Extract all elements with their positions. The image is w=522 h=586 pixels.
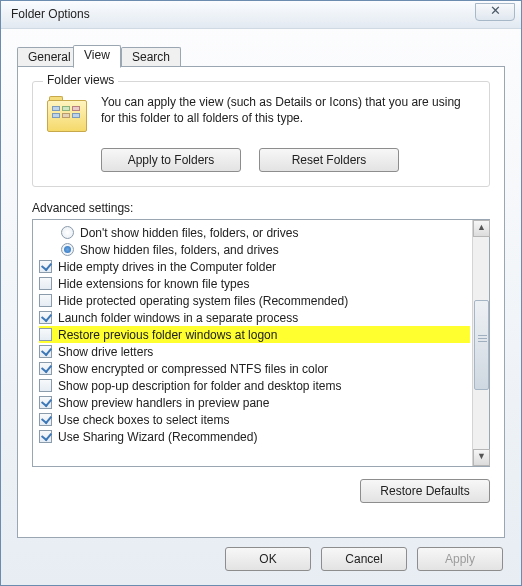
list-item[interactable]: Use Sharing Wizard (Recommended) <box>39 428 470 445</box>
checkbox-icon[interactable] <box>39 277 52 290</box>
checkbox-icon[interactable] <box>39 430 52 443</box>
list-item[interactable]: Show encrypted or compressed NTFS files … <box>39 360 470 377</box>
scroll-thumb[interactable] <box>474 300 489 390</box>
list-item-label: Show encrypted or compressed NTFS files … <box>58 362 328 376</box>
list-item[interactable]: Launch folder windows in a separate proc… <box>39 309 470 326</box>
dialog-buttons: OK Cancel Apply <box>225 547 503 571</box>
list-item-label: Launch folder windows in a separate proc… <box>58 311 298 325</box>
ok-button[interactable]: OK <box>225 547 311 571</box>
scroll-down-button[interactable]: ▼ <box>473 449 490 466</box>
checkbox-icon[interactable] <box>39 413 52 426</box>
list-item-label: Show hidden files, folders, and drives <box>80 243 279 257</box>
radio-icon[interactable] <box>61 226 74 239</box>
list-item[interactable]: Hide protected operating system files (R… <box>39 292 470 309</box>
list-item-label: Don't show hidden files, folders, or dri… <box>80 226 298 240</box>
titlebar[interactable]: Folder Options ✕ <box>1 1 521 29</box>
list-item-label: Hide protected operating system files (R… <box>58 294 348 308</box>
checkbox-icon[interactable] <box>39 311 52 324</box>
list-item[interactable]: Show preview handlers in preview pane <box>39 394 470 411</box>
tabstrip: General View Search <box>17 45 505 67</box>
list-item[interactable]: Restore previous folder windows at logon <box>39 326 470 343</box>
radio-icon[interactable] <box>61 243 74 256</box>
reset-folders-button[interactable]: Reset Folders <box>259 148 399 172</box>
checkbox-icon[interactable] <box>39 328 52 341</box>
tab-search[interactable]: Search <box>121 47 181 67</box>
checkbox-icon[interactable] <box>39 379 52 392</box>
list-item[interactable]: Use check boxes to select items <box>39 411 470 428</box>
scrollbar[interactable]: ▲ ▼ <box>472 220 489 466</box>
list-item[interactable]: Don't show hidden files, folders, or dri… <box>39 224 470 241</box>
list-item-label: Show preview handlers in preview pane <box>58 396 269 410</box>
checkbox-icon[interactable] <box>39 362 52 375</box>
list-item[interactable]: Show pop-up description for folder and d… <box>39 377 470 394</box>
checkbox-icon[interactable] <box>39 260 52 273</box>
scroll-up-button[interactable]: ▲ <box>473 220 490 237</box>
advanced-settings-list: Don't show hidden files, folders, or dri… <box>32 219 490 467</box>
list-item[interactable]: Hide empty drives in the Computer folder <box>39 258 470 275</box>
checkbox-icon[interactable] <box>39 294 52 307</box>
checkbox-icon[interactable] <box>39 345 52 358</box>
list-item-label: Hide empty drives in the Computer folder <box>58 260 276 274</box>
advanced-settings-label: Advanced settings: <box>32 201 490 215</box>
checkbox-icon[interactable] <box>39 396 52 409</box>
tab-view[interactable]: View <box>73 45 121 68</box>
list-item-label: Use Sharing Wizard (Recommended) <box>58 430 257 444</box>
list-item[interactable]: Show hidden files, folders, and drives <box>39 241 470 258</box>
restore-defaults-button[interactable]: Restore Defaults <box>360 479 490 503</box>
apply-button[interactable]: Apply <box>417 547 503 571</box>
folder-views-title: Folder views <box>43 73 118 87</box>
close-button[interactable]: ✕ <box>475 3 515 21</box>
window-title: Folder Options <box>11 7 90 21</box>
close-icon: ✕ <box>490 3 501 18</box>
list-item-label: Show drive letters <box>58 345 153 359</box>
folder-views-group: Folder views You can apply the view (suc… <box>32 81 490 187</box>
list-item-label: Restore previous folder windows at logon <box>58 328 277 342</box>
folder-options-dialog: Folder Options ✕ General View Search Fol… <box>0 0 522 586</box>
list-item[interactable]: Show drive letters <box>39 343 470 360</box>
list-item-label: Use check boxes to select items <box>58 413 229 427</box>
folder-views-icon <box>45 96 89 136</box>
list-item-label: Hide extensions for known file types <box>58 277 249 291</box>
list-body[interactable]: Don't show hidden files, folders, or dri… <box>33 220 472 466</box>
list-item-label: Show pop-up description for folder and d… <box>58 379 342 393</box>
list-item[interactable]: Hide extensions for known file types <box>39 275 470 292</box>
apply-to-folders-button[interactable]: Apply to Folders <box>101 148 241 172</box>
folder-views-description: You can apply the view (such as Details … <box>101 94 477 126</box>
tab-panel-view: Folder views You can apply the view (suc… <box>17 66 505 538</box>
content-area: General View Search Folder views You can… <box>1 29 521 552</box>
tab-general[interactable]: General <box>17 47 82 67</box>
cancel-button[interactable]: Cancel <box>321 547 407 571</box>
